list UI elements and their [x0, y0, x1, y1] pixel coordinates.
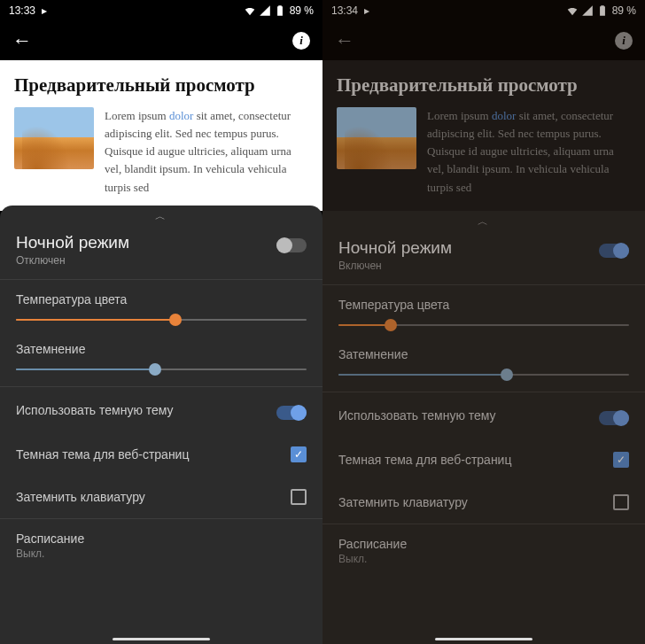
sheet-subtitle: Включен — [338, 260, 452, 272]
wifi-icon — [566, 4, 579, 17]
info-button[interactable]: i — [292, 32, 310, 50]
color-temp-slider[interactable] — [16, 319, 307, 321]
dark-theme-row[interactable]: Использовать темную тему — [322, 392, 645, 438]
sheet-subtitle: Отключен — [16, 254, 129, 267]
preview-link[interactable]: dolor — [492, 109, 516, 122]
schedule-value: Выкл. — [338, 553, 629, 565]
app-icon: ▸ — [364, 4, 369, 17]
dark-theme-toggle[interactable] — [599, 411, 629, 425]
nav-bar-handle[interactable] — [435, 638, 532, 640]
wifi-icon — [244, 4, 256, 17]
dim-keyboard-label: Затемнить клавиатуру — [338, 495, 468, 509]
signal-icon — [259, 4, 271, 17]
toolbar: ← i — [0, 21, 322, 60]
info-button[interactable]: i — [615, 32, 633, 50]
dark-web-checkbox[interactable]: ✓ — [613, 452, 629, 468]
battery-icon — [274, 4, 286, 17]
bottom-sheet: ︿ Ночной режим Включен Температура цвета… — [322, 211, 645, 644]
bottom-sheet: ︿ Ночной режим Отключен Температура цвет… — [0, 206, 322, 644]
dark-web-row[interactable]: Темная тема для веб-страниц ✓ — [322, 438, 645, 481]
preview-area: Предварительный просмотр Lorem ipsum dol… — [322, 60, 645, 211]
back-button[interactable]: ← — [12, 29, 32, 52]
dim-label: Затемнение — [338, 347, 629, 361]
dim-keyboard-row[interactable]: Затемнить клавиатуру — [0, 476, 322, 518]
back-button[interactable]: ← — [335, 29, 354, 52]
schedule-label: Расписание — [16, 531, 307, 546]
statusbar: 13:33 ▸ 89 % — [0, 0, 322, 21]
dim-keyboard-label: Затемнить клавиатуру — [16, 490, 145, 504]
preview-area: Предварительный просмотр Lorem ipsum dol… — [0, 60, 322, 211]
preview-link[interactable]: dolor — [169, 109, 193, 122]
dark-web-label: Темная тема для веб-страниц — [16, 447, 189, 462]
preview-text: Lorem ipsum dolor sit amet, consectetur … — [427, 107, 631, 197]
preview-text: Lorem ipsum dolor sit amet, consectetur … — [105, 107, 308, 197]
status-battery: 89 % — [290, 4, 314, 17]
sheet-handle-icon[interactable]: ︿ — [0, 206, 322, 224]
dark-web-row[interactable]: Темная тема для веб-страниц ✓ — [0, 433, 322, 476]
night-mode-toggle[interactable] — [599, 244, 629, 258]
status-right: 89 % — [244, 4, 314, 17]
dim-slider[interactable] — [338, 374, 629, 376]
app-icon: ▸ — [42, 4, 47, 17]
dark-web-checkbox[interactable]: ✓ — [291, 446, 307, 462]
dark-theme-label: Использовать темную тему — [16, 403, 174, 417]
dim-slider[interactable] — [16, 369, 307, 370]
phone-right: 13:34 ▸ 89 % ← i Предварительный просмот… — [322, 0, 645, 644]
color-temp-label: Температура цвета — [16, 292, 307, 306]
dark-theme-label: Использовать темную тему — [338, 408, 496, 423]
dim-keyboard-checkbox[interactable] — [613, 494, 629, 510]
status-battery: 89 % — [612, 4, 636, 17]
color-temp-label: Температура цвета — [338, 298, 629, 312]
dark-theme-row[interactable]: Использовать темную тему — [0, 387, 322, 433]
preview-title: Предварительный просмотр — [14, 74, 308, 97]
color-temp-slider[interactable] — [338, 324, 629, 326]
schedule-value: Выкл. — [16, 547, 307, 560]
preview-image — [14, 107, 94, 169]
schedule-row[interactable]: Расписание Выкл. — [322, 524, 645, 578]
preview-image — [337, 107, 416, 169]
sheet-handle-icon[interactable]: ︿ — [322, 211, 645, 229]
preview-title: Предварительный просмотр — [337, 74, 631, 97]
signal-icon — [581, 4, 594, 17]
status-time: 13:33 ▸ — [9, 4, 47, 17]
toolbar: ← i — [322, 21, 645, 60]
phone-left: 13:33 ▸ 89 % ← i Предварительный просмот… — [0, 0, 322, 644]
status-right: 89 % — [566, 4, 636, 17]
dark-theme-toggle[interactable] — [276, 406, 307, 420]
sheet-title: Ночной режим — [16, 233, 129, 252]
dim-label: Затемнение — [16, 342, 307, 356]
dark-web-label: Темная тема для веб-страниц — [338, 453, 511, 467]
statusbar: 13:34 ▸ 89 % — [322, 0, 645, 21]
night-mode-toggle[interactable] — [276, 238, 307, 252]
dim-keyboard-row[interactable]: Затемнить клавиатуру — [322, 481, 645, 524]
schedule-row[interactable]: Расписание Выкл. — [0, 519, 322, 572]
nav-bar-handle[interactable] — [113, 638, 210, 640]
status-time: 13:34 ▸ — [331, 4, 369, 17]
sheet-title: Ночной режим — [338, 238, 452, 258]
schedule-label: Расписание — [338, 537, 629, 551]
dim-keyboard-checkbox[interactable] — [291, 489, 307, 505]
battery-icon — [596, 4, 609, 17]
